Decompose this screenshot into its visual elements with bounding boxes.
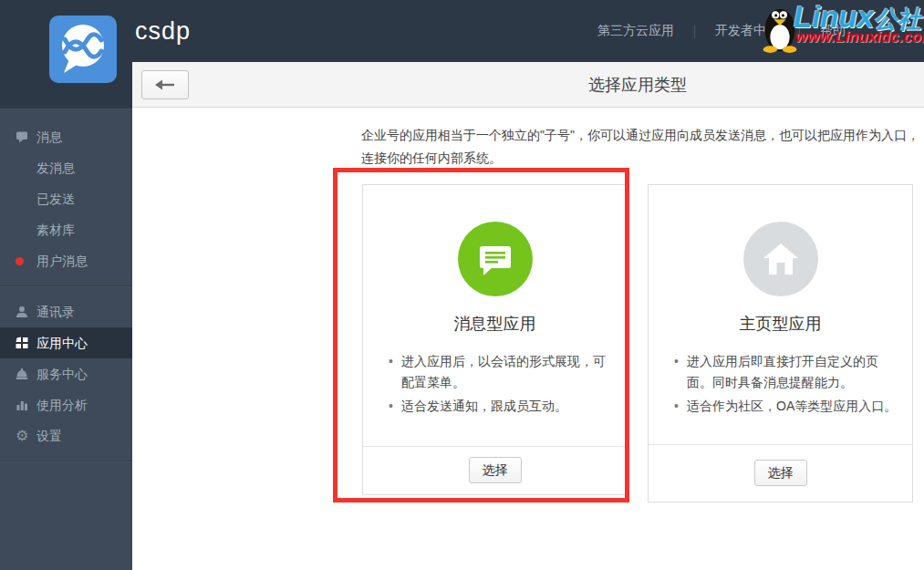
red-dot-icon [16,245,30,276]
sidebar-divider [0,285,132,287]
nav-help[interactable]: 帮助 [820,23,846,39]
chat-bubble-icon [16,121,30,152]
nav-divider [694,25,695,38]
back-button[interactable] [141,70,189,99]
app-grid-icon [16,327,30,358]
bar-chart-icon [16,389,30,420]
left-arrow-icon [155,79,175,90]
sidebar-item-app-center[interactable]: 应用中心 [0,327,132,358]
sidebar-item-label: 用户消息 [36,254,88,268]
sidebar-item-settings[interactable]: ⚙ 设置 [0,420,132,451]
card-title: 主页型应用 [649,313,912,335]
choose-homepage-app-button[interactable]: 选择 [754,460,807,486]
card-bullet-list: 进入应用后即直接打开自定义的页面。同时具备消息提醒能力。 适合作为社区，OA等类… [674,351,900,420]
card-bullet: 进入应用后即直接打开自定义的页面。同时具备消息提醒能力。 [674,351,900,393]
card-title: 消息型应用 [363,313,627,335]
card-bullet: 适合作为社区，OA等类型应用入口。 [674,396,900,417]
sidebar-item-user-messages[interactable]: 用户消息 [0,245,132,276]
app-title: csdp [135,17,191,46]
sidebar-item-service-center[interactable]: 服务中心 [0,358,132,389]
service-cloche-icon [16,358,30,389]
nav-third-party-cloud-apps[interactable]: 第三方云应用 [597,23,674,39]
card-bullet: 适合发送通知，跟成员互动。 [389,396,615,417]
sidebar-item-label: 服务中心 [36,367,88,381]
page-title: 选择应用类型 [588,62,687,108]
sidebar-item-contacts[interactable]: 通讯录 [0,296,132,327]
nav-developer-center[interactable]: 开发者中心 [715,23,779,39]
card-bullet-list: 进入应用后，以会话的形式展现，可配置菜单。 适合发送通知，跟成员互动。 [389,351,615,420]
card-message-type-app[interactable]: 消息型应用 进入应用后，以会话的形式展现，可配置菜单。 适合发送通知，跟成员互动… [362,184,628,495]
sidebar-group-messages: 消息 发消息 已发送 素材库 用户消息 [0,121,132,276]
top-nav: 第三方云应用 开发者中心 帮助 [597,0,846,62]
card-footer: 选择 [363,446,627,494]
sidebar-item-label: 设置 [36,429,62,443]
sidebar-divider [0,461,132,462]
content-header: 选择应用类型 [132,62,924,108]
message-bubble-icon [458,222,533,296]
nav-divider [799,25,800,38]
sidebar-item-label: 素材库 [36,223,75,237]
card-footer: 选择 [649,444,912,502]
card-bullet: 进入应用后，以会话的形式展现，可配置菜单。 [389,351,615,393]
screen: 第三方云应用 开发者中心 帮助 csdp Linux公社 [0,0,924,570]
sidebar-item-messages[interactable]: 消息 [0,121,132,152]
sidebar-item-label: 使用分析 [36,398,88,412]
choose-message-app-button[interactable]: 选择 [469,457,522,483]
sidebar-item-label: 消息 [36,130,62,144]
card-homepage-type-app[interactable]: 主页型应用 进入应用后即直接打开自定义的页面。同时具备消息提醒能力。 适合作为社… [648,184,913,503]
sidebar-item-label: 应用中心 [36,336,88,350]
contacts-icon [16,296,30,327]
page-description: 企业号的应用相当于一个独立的"子号"，你可以通过应用向成员发送消息，也可以把应用… [361,124,924,170]
sidebar-item-label: 通讯录 [36,305,75,319]
sidebar-group-admin: 通讯录 应用中心 [0,296,132,451]
sidebar-item-label: 已发送 [36,192,75,206]
home-icon [743,222,818,296]
sidebar-item-send-message[interactable]: 发消息 [0,152,132,183]
sidebar-item-sent[interactable]: 已发送 [0,183,132,214]
app-logo-icon [49,16,117,83]
sidebar-item-media-library[interactable]: 素材库 [0,214,132,245]
gear-icon: ⚙ [16,420,30,451]
sidebar-item-label: 发消息 [36,161,75,175]
sidebar: 消息 发消息 已发送 素材库 用户消息 [0,62,132,570]
sidebar-item-usage-analytics[interactable]: 使用分析 [0,389,132,420]
main-content: 企业号的应用相当于一个独立的"子号"，你可以通过应用向成员发送消息，也可以把应用… [132,108,924,570]
